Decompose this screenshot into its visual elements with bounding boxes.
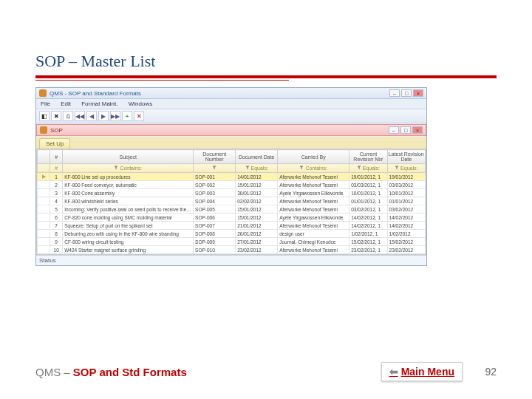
col-filter[interactable]: Contains:	[63, 164, 194, 173]
tab-setup[interactable]: Set Up	[39, 138, 70, 149]
toolbar-add-icon[interactable]: +	[122, 111, 132, 121]
toolbar-delete-icon[interactable]: ✕	[134, 111, 144, 121]
cell: ▶	[38, 205, 50, 214]
menu-edit[interactable]: Edit	[61, 100, 71, 107]
table-row[interactable]: ▶6CF-820 cone molding using SMC molding …	[38, 214, 426, 222]
menu-file[interactable]: File	[41, 100, 50, 107]
cell: ▶	[38, 197, 50, 205]
cell: SOP-005	[194, 205, 236, 214]
cell: Ayele Yirgawossen Elikwonde	[278, 214, 349, 222]
toolbar-clear-icon[interactable]: ✖	[51, 111, 61, 121]
cell: 10	[50, 246, 63, 254]
nav-last-icon[interactable]: ▶▶	[110, 111, 120, 121]
child-minimize-button[interactable]: –	[389, 126, 399, 134]
cell: 30/01/2012	[236, 189, 278, 197]
main-menu-button[interactable]: ⬅ Main Menu	[381, 362, 463, 381]
col-header[interactable]: #	[50, 150, 63, 164]
nav-next-icon[interactable]: ▶	[98, 111, 109, 121]
col-header[interactable]	[38, 150, 50, 164]
cell: KF-800 Cone assembly	[63, 189, 194, 197]
cell: 23/02/2012, 1	[349, 246, 387, 254]
child-close-button[interactable]: ×	[412, 126, 423, 134]
filter-icon[interactable]	[395, 166, 399, 170]
col-filter[interactable]: Equals:	[349, 164, 387, 173]
table-row[interactable]: ▶4KF-800 windshield seriesSOP-00402/02/2…	[38, 197, 426, 205]
col-header[interactable]: Document Date	[236, 150, 278, 164]
cell: 15/01/2012	[236, 181, 278, 189]
cell: 14/02/2012, 1	[349, 222, 387, 230]
maximize-button[interactable]: □	[401, 89, 412, 97]
slide-footer: QMS – SOP and Std Formats ⬅ Main Menu 92	[35, 362, 497, 381]
cell: 14/02/2012	[387, 214, 425, 222]
close-button[interactable]: ×	[413, 89, 423, 97]
filter-icon[interactable]	[114, 166, 118, 170]
col-header[interactable]: Subject	[63, 150, 194, 164]
child-logo-icon	[40, 126, 47, 134]
toolbar-print-icon[interactable]: ⎙	[63, 111, 73, 121]
table-row[interactable]: ▶2KF-800 Feed conveyor, automaticSOP-002…	[38, 181, 426, 189]
table-row[interactable]: ▶5Incoming: Verify positive-seal on seed…	[38, 205, 426, 214]
cell: Aferworke Mehonof Tesemi	[278, 181, 349, 189]
col-filter[interactable]: #	[50, 164, 63, 173]
menu-format-maint[interactable]: Format Maint.	[81, 100, 117, 107]
cell: 15/01/2012	[236, 205, 278, 214]
cell: ▶	[38, 214, 50, 222]
menu-windows[interactable]: Windows	[129, 100, 152, 107]
table-row[interactable]: ▶10W424 Starter magnet surface grindingS…	[38, 246, 426, 254]
cell: 1/02/2012	[387, 230, 425, 238]
filter-icon[interactable]	[299, 166, 304, 170]
filter-icon[interactable]	[357, 166, 361, 170]
toolbar-new-icon[interactable]: ◧	[39, 111, 50, 121]
cell: 02/02/2012	[236, 197, 278, 205]
cell: ▶	[38, 189, 50, 197]
table-row[interactable]: ▶8Deburring zeo with using in the KF-800…	[38, 230, 426, 238]
col-header[interactable]: Carried By	[278, 150, 349, 164]
table-row[interactable]: ▶9CF-800 wiring circuit testingSOP-00927…	[38, 238, 426, 246]
minimize-button[interactable]: –	[389, 89, 400, 97]
table-row[interactable]: ▶3KF-800 Cone assemblySOP-00330/01/2012A…	[38, 189, 426, 197]
cell: 1/02/2012, 1	[349, 230, 387, 238]
cell: SOP-001	[194, 173, 236, 181]
cell: ▶	[38, 238, 50, 246]
cell: SOP-004	[194, 197, 236, 205]
col-filter[interactable]	[194, 164, 236, 173]
cell: CF-820 cone molding using SMC molding ma…	[63, 214, 194, 222]
menu-bar: File Edit Format Maint. Windows	[36, 99, 426, 109]
title-rules	[35, 75, 497, 84]
cell: Deburring zeo with using in the KF-800 w…	[63, 230, 194, 238]
col-filter[interactable]: Equals:	[387, 164, 425, 173]
col-filter[interactable]: Equals:	[236, 164, 278, 173]
nav-prev-icon[interactable]: ◀	[86, 111, 97, 121]
cell: 03/02/2012, 1	[349, 205, 387, 214]
status-bar: Status	[36, 255, 426, 265]
col-header[interactable]: Document Number	[194, 150, 236, 164]
cell: ▶	[38, 222, 50, 230]
cell: ▶	[38, 173, 50, 181]
cell: 1	[50, 173, 63, 181]
cell: design user	[278, 230, 349, 238]
data-grid[interactable]: #SubjectDocument NumberDocument DateCarr…	[36, 149, 426, 255]
col-filter[interactable]: Contains:	[278, 164, 349, 173]
cell: W424 Starter magnet surface grinding	[63, 246, 194, 254]
cell: Aferworke Mehonof Tesemi	[278, 246, 349, 254]
cell: SOP-007	[194, 222, 236, 230]
child-maximize-button[interactable]: □	[400, 126, 411, 134]
col-header[interactable]: Current Revision Nbr	[349, 150, 387, 164]
page-number: 92	[474, 366, 497, 378]
app-window: QMS - SOP and Standard Formats – □ × Fil…	[35, 87, 427, 266]
table-row[interactable]: ▶7Squeeze: Setup of purl on the spikard …	[38, 222, 426, 230]
cell: 10/01/2012	[387, 189, 425, 197]
filter-icon[interactable]	[212, 166, 216, 170]
cell: 15/02/2012, 1	[349, 238, 387, 246]
cell: 19/01/2012, 1	[349, 173, 387, 181]
col-filter[interactable]	[38, 164, 50, 173]
child-window-title: SOP	[50, 127, 63, 134]
nav-first-icon[interactable]: ◀◀	[75, 111, 85, 121]
cell: 01/01/2012	[387, 197, 425, 205]
filter-icon[interactable]	[245, 166, 250, 170]
cell: ▶	[38, 246, 50, 254]
table-row[interactable]: ▶1KF-800 Line set up proceduresSOP-00114…	[38, 173, 426, 181]
cell: 01/01/2012, 1	[349, 197, 387, 205]
cell: Aferworke Mehonof Tesemi	[278, 197, 349, 205]
col-header[interactable]: Latest Revision Date	[387, 150, 425, 164]
